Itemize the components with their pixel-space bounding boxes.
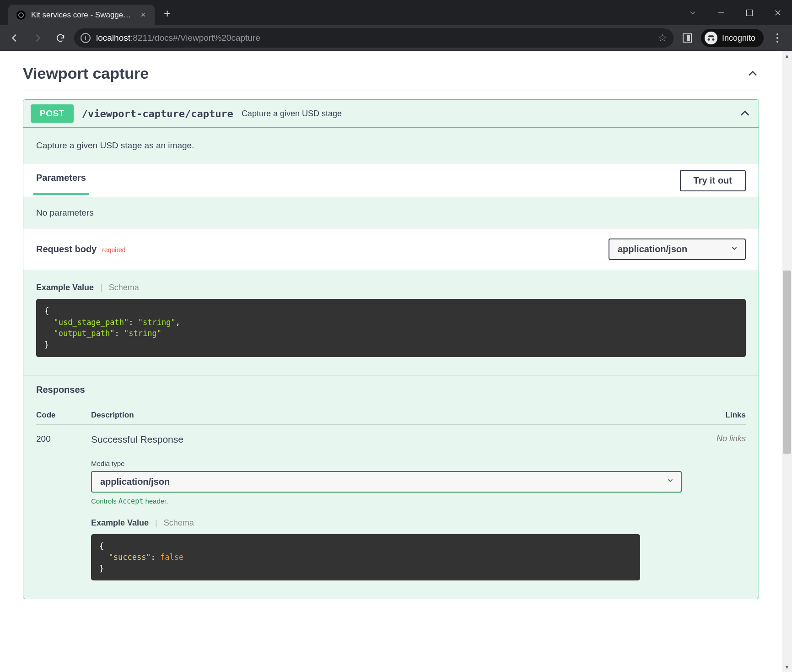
chevron-up-icon <box>738 107 751 120</box>
request-body-bar: Request body required application/json <box>23 228 759 270</box>
scrollbar-down-arrow-icon[interactable]: ▼ <box>782 662 792 672</box>
incognito-chip[interactable]: Incognito <box>701 29 764 47</box>
response-code: 200 <box>36 434 91 581</box>
operation-description: Capture a given USD stage as an image. <box>23 128 759 163</box>
window-controls <box>679 0 792 25</box>
tab-strip: Kit services core - Swagger UI × + <box>0 0 792 25</box>
tab-search-chevron-icon[interactable] <box>679 4 707 22</box>
response-description: Successful Response <box>91 434 682 445</box>
tab-schema[interactable]: Schema <box>109 283 139 293</box>
address-bar[interactable]: i localhost:8211/docs#/Viewport%20captur… <box>74 28 673 48</box>
incognito-icon <box>705 32 717 44</box>
operation-body: Capture a given USD stage as an image. P… <box>23 128 759 599</box>
http-method-badge: POST <box>31 104 74 123</box>
scrollbar-up-arrow-icon[interactable]: ▲ <box>782 51 792 61</box>
request-body-label: Request body <box>36 244 97 255</box>
request-mime-value: application/json <box>618 244 687 254</box>
tab-favicon-icon <box>16 11 26 20</box>
browser-tab[interactable]: Kit services core - Swagger UI × <box>8 5 155 25</box>
col-links: Links <box>682 411 746 420</box>
tab-schema[interactable]: Schema <box>164 518 194 528</box>
response-body-code: { "success": false } <box>91 534 640 581</box>
responses-label: Responses <box>23 375 759 404</box>
responses-table: Code Description Links 200 Successful Re… <box>23 404 759 599</box>
side-panel-icon[interactable] <box>678 29 696 47</box>
col-code: Code <box>36 411 91 420</box>
new-tab-button[interactable]: + <box>155 2 180 25</box>
response-row: 200 Successful Response Media type appli… <box>36 425 746 581</box>
window-minimize-button[interactable] <box>707 4 735 22</box>
chevron-up-icon <box>746 67 759 80</box>
responses-head: Code Description Links <box>36 411 746 425</box>
window-maximize-button[interactable] <box>735 4 764 22</box>
request-example-tabs: Example Value | Schema <box>23 270 759 299</box>
tab-separator: | <box>100 283 102 293</box>
url-text: localhost:8211/docs#/Viewport%20capture <box>96 33 260 43</box>
response-mime-value: application/json <box>100 477 170 487</box>
incognito-label: Incognito <box>722 33 755 43</box>
reload-button[interactable] <box>51 29 70 47</box>
try-it-out-button[interactable]: Try it out <box>680 170 746 191</box>
chevron-down-icon <box>730 244 738 255</box>
chevron-down-icon <box>666 477 674 487</box>
request-body-code: { "usd_stage_path": "string", "output_pa… <box>36 299 746 357</box>
required-badge: required <box>102 246 125 254</box>
swagger-content: Viewport capture POST /viewport-capture/… <box>0 51 782 599</box>
browser-chrome: Kit services core - Swagger UI × + i loc <box>0 0 792 51</box>
accept-header-note: Controls Accept header. <box>91 497 682 505</box>
browser-toolbar: i localhost:8211/docs#/Viewport%20captur… <box>0 25 792 51</box>
parameters-label: Parameters <box>36 173 86 189</box>
parameters-bar: Parameters Try it out <box>23 163 759 198</box>
back-button[interactable] <box>5 29 24 47</box>
tag-title: Viewport capture <box>23 65 149 82</box>
site-info-icon[interactable]: i <box>81 33 91 43</box>
no-parameters-text: No parameters <box>23 198 759 228</box>
col-description: Description <box>91 411 682 420</box>
response-links: No links <box>682 434 746 581</box>
browser-menu-button[interactable] <box>768 33 787 43</box>
media-type-label: Media type <box>91 460 682 467</box>
vertical-scrollbar[interactable]: ▲ ▼ <box>782 51 792 672</box>
tab-separator: | <box>155 518 157 528</box>
window-close-button[interactable] <box>764 4 792 22</box>
endpoint-summary: Capture a given USD stage <box>242 109 342 119</box>
operation-block: POST /viewport-capture/capture Capture a… <box>23 99 759 599</box>
forward-button[interactable] <box>28 29 47 47</box>
request-mime-select[interactable]: application/json <box>609 238 746 260</box>
response-mime-select[interactable]: application/json <box>91 471 682 493</box>
tab-example-value[interactable]: Example Value <box>36 283 94 293</box>
tag-header[interactable]: Viewport capture <box>23 51 759 91</box>
tab-title: Kit services core - Swagger UI <box>31 11 133 20</box>
tab-close-icon[interactable]: × <box>139 10 147 20</box>
endpoint-path: /viewport-capture/capture <box>82 108 233 119</box>
page-viewport: ▲ ▼ Viewport capture POST /viewport-capt… <box>0 51 792 672</box>
operation-summary[interactable]: POST /viewport-capture/capture Capture a… <box>23 100 759 128</box>
tab-example-value[interactable]: Example Value <box>91 518 149 528</box>
response-example-tabs: Example Value | Schema <box>91 505 682 534</box>
scrollbar-thumb[interactable] <box>783 271 791 454</box>
bookmark-star-icon[interactable]: ☆ <box>658 32 667 44</box>
